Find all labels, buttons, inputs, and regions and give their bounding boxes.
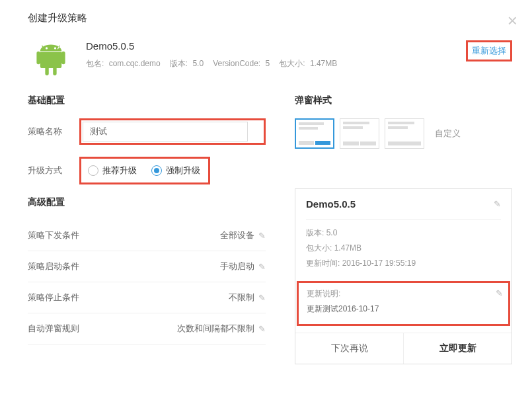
pkg-value: com.cqc.demo — [109, 59, 161, 68]
adv-item[interactable]: 策略停止条件 不限制✎ — [28, 282, 266, 313]
ver-value: 5.0 — [192, 59, 204, 68]
upgrade-method-row: 升级方式 推荐升级 强制升级 — [28, 157, 266, 184]
adv-item[interactable]: 策略下发条件 全部设备✎ — [28, 220, 266, 251]
preview-now-button[interactable]: 立即更新 — [404, 333, 512, 364]
style-custom-link[interactable]: 自定义 — [430, 128, 466, 140]
reselect-highlight: 重新选择 — [466, 40, 512, 61]
preview-desc-label: 更新说明: — [307, 288, 500, 300]
advanced-config-title: 高级配置 — [28, 196, 266, 208]
advanced-list: 策略下发条件 全部设备✎ 策略启动条件 手动启动✎ 策略停止条件 不限制✎ 自动… — [28, 220, 266, 344]
adv-item[interactable]: 自动弹窗规则 次数和间隔都不限制✎ — [28, 313, 266, 344]
pencil-icon[interactable]: ✎ — [258, 231, 266, 241]
pencil-icon[interactable]: ✎ — [258, 293, 266, 303]
package-info-row: Demo5.0.5 包名: com.cqc.demo 版本: 5.0 Versi… — [0, 32, 532, 88]
strategy-name-input[interactable] — [83, 122, 248, 141]
preview-size: 包大小: 1.47MB — [306, 243, 501, 254]
package-meta: 包名: com.cqc.demo 版本: 5.0 VersionCode: 5 … — [86, 58, 466, 69]
close-icon[interactable]: × — [508, 11, 517, 31]
reselect-link[interactable]: 重新选择 — [472, 46, 506, 56]
basic-config-title: 基础配置 — [28, 95, 266, 106]
vc-value: 5 — [266, 59, 270, 68]
pkg-label: 包名: — [86, 59, 104, 68]
right-column: 弹窗样式 自定义 Demo5.0.5 ✎ 版本: 5.0 包大小: 1.47MB — [279, 88, 512, 364]
pencil-icon[interactable]: ✎ — [494, 199, 501, 209]
radio-recommend[interactable]: 推荐升级 — [88, 165, 137, 177]
strategy-name-row: 策略名称 — [28, 118, 266, 145]
ver-label: 版本: — [170, 59, 188, 68]
radio-force-label: 强制升级 — [166, 165, 200, 177]
preview-card: Demo5.0.5 ✎ 版本: 5.0 包大小: 1.47MB 更新时间: 20… — [295, 188, 512, 364]
dialog-header: 创建升级策略 × — [0, 0, 532, 32]
pencil-icon[interactable]: ✎ — [258, 324, 266, 334]
pencil-icon[interactable]: ✎ — [496, 288, 503, 298]
adv-value: 不限制 — [229, 292, 254, 303]
package-info: Demo5.0.5 包名: com.cqc.demo 版本: 5.0 Versi… — [86, 40, 466, 69]
adv-value: 次数和间隔都不限制 — [177, 323, 254, 335]
style-thumb-2[interactable] — [340, 118, 379, 149]
preview-desc-highlight: ✎ 更新说明: 更新测试2016-10-17 — [297, 281, 510, 326]
preview-time: 更新时间: 2016-10-17 19:55:19 — [306, 258, 501, 269]
strategy-name-highlight — [79, 118, 266, 145]
radio-circle-icon — [88, 165, 98, 176]
preview-version: 版本: 5.0 — [306, 227, 501, 239]
upgrade-method-highlight: 推荐升级 强制升级 — [79, 157, 210, 184]
adv-label: 自动弹窗规则 — [28, 323, 79, 335]
style-thumb-3[interactable] — [385, 118, 424, 149]
package-name: Demo5.0.5 — [86, 40, 466, 52]
adv-label: 策略启动条件 — [28, 261, 79, 272]
svg-point-0 — [46, 47, 48, 49]
preview-desc-text: 更新测试2016-10-17 — [307, 303, 500, 315]
style-thumb-1[interactable] — [295, 118, 334, 149]
radio-force[interactable]: 强制升级 — [151, 165, 200, 177]
size-label: 包大小: — [279, 59, 305, 68]
vc-label: VersionCode: — [213, 59, 260, 68]
upgrade-method-label: 升级方式 — [28, 165, 79, 177]
preview-later-button[interactable]: 下次再说 — [295, 333, 404, 364]
android-icon — [33, 40, 69, 76]
size-value: 1.47MB — [310, 59, 337, 68]
style-thumbnails: 自定义 — [295, 118, 512, 149]
adv-label: 策略停止条件 — [28, 292, 79, 303]
radio-circle-icon — [151, 165, 162, 176]
dialog-title: 创建升级策略 — [28, 12, 512, 24]
radio-recommend-label: 推荐升级 — [102, 165, 137, 177]
left-column: 基础配置 策略名称 升级方式 推荐升级 — [28, 88, 279, 364]
pencil-icon[interactable]: ✎ — [258, 262, 266, 272]
svg-point-1 — [54, 47, 56, 49]
adv-item[interactable]: 策略启动条件 手动启动✎ — [28, 251, 266, 282]
adv-value: 全部设备 — [220, 229, 254, 241]
adv-label: 策略下发条件 — [28, 229, 79, 241]
strategy-name-label: 策略名称 — [28, 126, 79, 138]
popup-style-title: 弹窗样式 — [295, 95, 512, 106]
adv-value: 手动启动 — [220, 261, 254, 272]
preview-title: Demo5.0.5 — [306, 198, 356, 210]
